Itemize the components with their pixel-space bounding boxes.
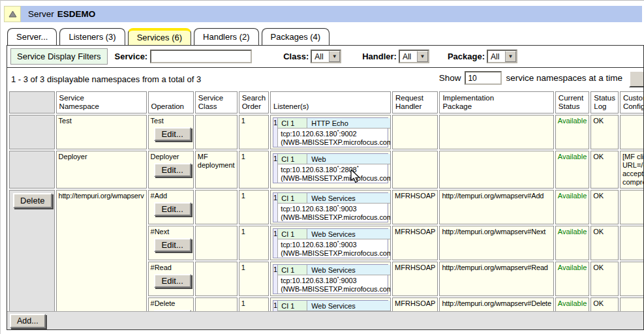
custom-config-cell <box>620 226 644 260</box>
status-log-cell: OK <box>590 262 619 296</box>
header-namespace: Service Namespace <box>56 91 147 114</box>
services-panel: Service Display Filters Service: Class: … <box>7 45 644 330</box>
table-row: Delete http://tempuri.org/wmapserv #Add … <box>9 190 644 224</box>
delete-button[interactable]: Delete <box>13 193 52 208</box>
custom-config-cell <box>620 115 644 149</box>
namespace-cell: Test <box>56 115 147 149</box>
table-row: Test Test Edit... 1 1 CI 1 HTTP Echo tc <box>9 115 644 149</box>
listener-ci-badge: CI 1 <box>278 193 307 203</box>
listener-box: 1 CI 1 Web Services tcp:10.120.63.180*:9… <box>273 228 388 258</box>
listener-index: 1 <box>273 265 278 294</box>
edit-button[interactable]: Edit... <box>154 163 191 177</box>
add-button[interactable]: Add... <box>10 314 46 328</box>
header-gutter <box>9 91 55 114</box>
status-log-cell: OK <box>590 151 619 189</box>
custom-config-cell <box>620 262 644 296</box>
tab-server[interactable]: Server... <box>7 28 57 46</box>
mouse-cursor <box>350 170 363 184</box>
tab-services[interactable]: Services (6) <box>128 28 191 46</box>
header-listeners: Listener(s) <box>270 91 391 114</box>
page-nav-button-partial[interactable] <box>629 70 644 87</box>
class-filter-select[interactable]: All ▼ <box>311 50 341 63</box>
service-class-cell: MF deployment <box>195 151 238 189</box>
page-title: Server ESDEMO <box>21 6 642 22</box>
impl-package-cell: http://tempuri.org/wmapserv#Read <box>439 262 553 296</box>
impl-package-cell: http://tempuri.org/wmapserv#Add <box>439 190 553 224</box>
services-table: Service Namespace Operation Service Clas… <box>8 90 644 330</box>
request-handler-cell <box>392 115 438 149</box>
listener-index: 1 <box>273 118 278 147</box>
request-handler-cell <box>392 151 438 189</box>
handler-filter-select[interactable]: All ▼ <box>399 50 429 63</box>
header-current-status: Current Status <box>555 91 589 114</box>
listeners-cell: 1 CI 1 Web Services tcp:10.120.63.180*:9… <box>270 226 391 260</box>
edit-button[interactable]: Edit... <box>154 274 191 288</box>
header-status-log: Status Log <box>590 91 619 114</box>
search-order-cell: 1 <box>239 190 269 224</box>
listeners-cell: 1 CI 1 Web Services tcp:10.120.63.180*:9… <box>270 262 391 296</box>
operation-cell: #Read Edit... <box>148 262 194 296</box>
header-request-handler: Request Handler <box>392 91 438 114</box>
search-order-cell: 1 <box>239 115 269 149</box>
status-cell: Available <box>555 151 589 189</box>
tab-listeners[interactable]: Listeners (3) <box>59 28 125 46</box>
edit-button[interactable]: Edit... <box>154 127 191 141</box>
operation-cell: #Next Edit... <box>148 226 194 260</box>
service-filter-input[interactable] <box>150 50 252 63</box>
namespace-cell: Deployer <box>56 151 147 189</box>
row-gutter <box>9 151 55 189</box>
search-order-cell: 1 <box>239 226 269 260</box>
server-title-bar: Server ESDEMO <box>4 6 642 22</box>
impl-package-cell <box>439 151 553 189</box>
status-cell: Available <box>555 115 589 149</box>
package-filter-select[interactable]: All ▼ <box>487 50 517 63</box>
request-handler-cell: MFRHSOAP <box>392 262 438 296</box>
request-handler-cell: MFRHSOAP <box>392 190 438 224</box>
status-cell: Available <box>555 190 589 224</box>
service-class-cell <box>195 226 238 260</box>
chevron-down-icon: ▼ <box>417 51 428 62</box>
listener-address: tcp:10.120.63.180*:9003 (NWB-MBISSETXP.m… <box>278 275 391 294</box>
triangle-up-icon <box>8 10 17 18</box>
tab-packages[interactable]: Packages (4) <box>262 28 330 46</box>
server-name: ESDEMO <box>57 9 96 19</box>
service-class-cell <box>195 115 238 149</box>
listener-ci-badge: CI 1 <box>278 301 307 311</box>
search-order-cell: 1 <box>239 262 269 296</box>
listener-box: 1 CI 1 HTTP Echo tcp:10.120.63.180*:9002… <box>273 117 388 147</box>
listener-address: tcp:10.120.63.180*:9002 (NWB-MBISSETXP.m… <box>278 129 391 147</box>
listener-name: Web Services <box>307 301 391 311</box>
impl-package-cell <box>439 115 553 149</box>
class-filter-label: Class: <box>283 52 309 61</box>
pagination-row: 1 - 3 of 3 displayable namespaces from a… <box>7 68 643 90</box>
show-count-input[interactable] <box>465 71 502 85</box>
chevron-down-icon: ▼ <box>505 51 516 62</box>
table-footer-bar: Add... <box>7 311 643 329</box>
status-cell: Available <box>555 226 589 260</box>
filters-title: Service Display Filters <box>10 48 108 65</box>
chevron-down-icon: ▼ <box>329 51 340 62</box>
listener-address: tcp:10.120.63.180*:9003 (NWB-MBISSETXP.m… <box>278 204 391 222</box>
edit-button[interactable]: Edit... <box>154 202 191 216</box>
show-label: Show <box>439 73 461 83</box>
search-order-cell: 1 <box>239 151 269 189</box>
listener-name: Web Services <box>307 265 391 275</box>
custom-config-cell <box>620 190 644 224</box>
edit-button[interactable]: Edit... <box>154 238 191 252</box>
namespace-cell: http://tempuri.org/wmapserv <box>56 190 147 330</box>
header-custom-config: Custom Configuration <box>620 91 644 114</box>
listener-box: 1 CI 1 Web Services tcp:10.120.63.180*:9… <box>273 264 388 294</box>
service-class-cell <box>195 262 238 296</box>
show-suffix-label: service namespaces at a time <box>506 73 622 83</box>
table-header-row: Service Namespace Operation Service Clas… <box>9 91 644 114</box>
request-handler-cell: MFRHSOAP <box>392 226 438 260</box>
header-service-class: Service Class <box>195 91 238 114</box>
operation-cell: Deployer Edit... <box>148 151 194 189</box>
service-display-filters-bar: Service Display Filters Service: Class: … <box>7 46 643 68</box>
listener-ci-badge: CI 1 <box>278 118 307 128</box>
tab-handlers[interactable]: Handlers (2) <box>194 28 259 46</box>
collapse-toggle[interactable] <box>4 6 21 22</box>
listener-ci-badge: CI 1 <box>278 265 307 275</box>
row-gutter: Delete <box>9 190 55 330</box>
listener-name: HTTP Echo <box>307 118 391 128</box>
